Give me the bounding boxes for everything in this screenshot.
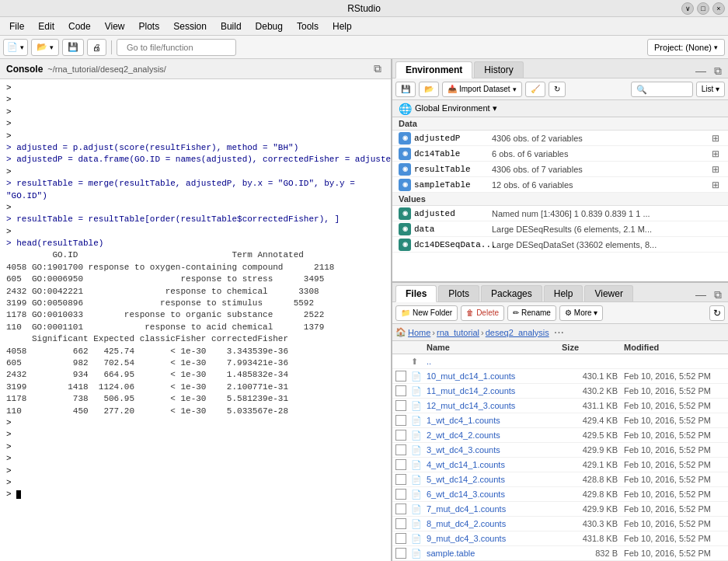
- file-row-8[interactable]: 📄 6_wt_dc14_3.counts 429.8 KB Feb 10, 20…: [392, 487, 728, 502]
- file-name-4[interactable]: 2_wt_dc4_2.counts: [427, 430, 562, 440]
- file-row-0[interactable]: 📄 10_mut_dc14_1.counts 430.1 KB Feb 10, …: [392, 369, 728, 384]
- menu-tools[interactable]: Tools: [291, 19, 325, 33]
- resultTable-grid-icon[interactable]: ⊞: [709, 163, 722, 176]
- file-name-2[interactable]: 12_mut_dc14_3.counts: [427, 401, 562, 410]
- rename-button[interactable]: ✏ Rename: [507, 305, 556, 321]
- import-dataset-button[interactable]: 📥 Import Dataset ▾: [442, 82, 522, 97]
- tab-help[interactable]: Help: [544, 285, 583, 301]
- file-name-10[interactable]: 8_mut_dc4_2.counts: [427, 519, 562, 528]
- files-minimize-button[interactable]: —: [694, 287, 708, 301]
- console-content[interactable]: > > > > > > adjusted = p.adjust(score(re…: [0, 79, 391, 561]
- clear-env-button[interactable]: 🧹: [525, 82, 545, 97]
- file-name-7[interactable]: 5_wt_dc14_2.counts: [427, 475, 562, 484]
- tab-packages[interactable]: Packages: [481, 285, 542, 301]
- go-to-input[interactable]: [122, 39, 231, 56]
- env-row-resultTable[interactable]: ◉ resultTable 4306 obs. of 7 variables ⊞: [392, 162, 728, 177]
- file-name-3[interactable]: 1_wt_dc4_1.counts: [427, 416, 562, 425]
- console-expand-button[interactable]: ⧉: [371, 62, 385, 76]
- breadcrumb-home[interactable]: Home: [408, 328, 430, 337]
- file-name-11[interactable]: 9_mut_dc4_3.counts: [427, 534, 562, 543]
- env-row-data[interactable]: ◉ data Large DESeqResults (6 elements, 2…: [392, 221, 728, 237]
- more-button[interactable]: ⚙ More ▾: [559, 305, 604, 321]
- env-row-dc14Table[interactable]: ◉ dc14Table 6 obs. of 6 variables ⊞: [392, 146, 728, 162]
- checkbox-9[interactable]: [395, 504, 406, 514]
- env-minimize-button[interactable]: —: [694, 64, 708, 78]
- breadcrumb-rna[interactable]: rna_tutorial: [437, 328, 479, 337]
- env-row-adjusted[interactable]: ◉ adjusted Named num [1:4306] 1 0.839 0.…: [392, 206, 728, 221]
- file-row-11[interactable]: 📄 9_mut_dc4_3.counts 431.8 KB Feb 10, 20…: [392, 531, 728, 546]
- project-button[interactable]: Project: (None) ▾: [647, 39, 725, 56]
- file-row-parent[interactable]: ⬆ ..: [392, 354, 728, 369]
- menu-build[interactable]: Build: [214, 19, 248, 33]
- menu-plots[interactable]: Plots: [133, 19, 166, 33]
- dc14Table-grid-icon[interactable]: ⊞: [709, 148, 722, 160]
- file-name-0[interactable]: 10_mut_dc14_1.counts: [427, 371, 562, 381]
- checkbox-0[interactable]: [395, 371, 406, 382]
- menu-code[interactable]: Code: [62, 19, 97, 33]
- file-row-4[interactable]: 📄 2_wt_dc4_2.counts 429.5 KB Feb 10, 201…: [392, 428, 728, 443]
- file-row-9[interactable]: 📄 7_mut_dc4_1.counts 429.9 KB Feb 10, 20…: [392, 502, 728, 517]
- file-row-6[interactable]: 📄 4_wt_dc14_1.counts 429.1 KB Feb 10, 20…: [392, 458, 728, 472]
- file-name-8[interactable]: 6_wt_dc14_3.counts: [427, 490, 562, 499]
- file-row-7[interactable]: 📄 5_wt_dc14_2.counts 428.8 KB Feb 10, 20…: [392, 472, 728, 487]
- maximize-button[interactable]: □: [697, 2, 709, 15]
- file-name-5[interactable]: 3_wt_dc4_3.counts: [427, 445, 562, 455]
- env-row-adjustedP[interactable]: ◉ adjustedP 4306 obs. of 2 variables ⊞: [392, 131, 728, 146]
- menu-file[interactable]: File: [3, 19, 30, 33]
- close-button[interactable]: ×: [712, 2, 725, 15]
- menu-edit[interactable]: Edit: [32, 19, 61, 33]
- env-load-button[interactable]: 📂: [419, 82, 439, 97]
- file-row-10[interactable]: 📄 8_mut_dc4_2.counts 430.3 KB Feb 10, 20…: [392, 517, 728, 531]
- checkbox-12[interactable]: [395, 548, 406, 559]
- global-env-selector[interactable]: Global Environment ▾: [415, 103, 497, 113]
- env-save-button[interactable]: 💾: [395, 82, 416, 97]
- env-row-sampleTable[interactable]: ◉ sampleTable 12 obs. of 6 variables ⊞: [392, 177, 728, 193]
- file-row-2[interactable]: 📄 12_mut_dc14_3.counts 431.1 KB Feb 10, …: [392, 399, 728, 413]
- checkbox-11[interactable]: [395, 533, 406, 544]
- checkbox-2[interactable]: [395, 400, 406, 411]
- file-name-9[interactable]: 7_mut_dc4_1.counts: [427, 504, 562, 514]
- env-expand-button[interactable]: ⧉: [711, 64, 725, 78]
- env-search-input[interactable]: [631, 82, 693, 97]
- checkbox-4[interactable]: [395, 430, 406, 441]
- breadcrumb-deseq[interactable]: deseq2_analysis: [486, 328, 549, 337]
- checkbox-5[interactable]: [395, 444, 406, 455]
- checkbox-10[interactable]: [395, 518, 406, 529]
- file-row-5[interactable]: 📄 3_wt_dc4_3.counts 429.9 KB Feb 10, 201…: [392, 443, 728, 458]
- breadcrumb-more[interactable]: ···: [551, 326, 567, 340]
- new-file-button[interactable]: 📄 ▾: [3, 39, 28, 56]
- menu-session[interactable]: Session: [167, 19, 213, 33]
- list-view-button[interactable]: List ▾: [696, 82, 725, 97]
- go-to-function-button[interactable]: [117, 39, 236, 56]
- adjustedP-grid-icon[interactable]: ⊞: [709, 132, 722, 145]
- checkbox-6[interactable]: [395, 459, 406, 470]
- checkbox-7[interactable]: [395, 474, 406, 485]
- file-row-12[interactable]: 📄 sample.table 832 B Feb 10, 2016, 5:52 …: [392, 546, 728, 561]
- menu-help[interactable]: Help: [326, 19, 358, 33]
- refresh-env-button[interactable]: ↻: [549, 82, 566, 97]
- tab-environment[interactable]: Environment: [395, 61, 472, 78]
- files-expand-button[interactable]: ⧉: [711, 287, 725, 301]
- file-name-1[interactable]: 11_mut_dc14_2.counts: [427, 386, 562, 395]
- sampleTable-grid-icon[interactable]: ⊞: [709, 179, 722, 191]
- file-row-3[interactable]: 📄 1_wt_dc4_1.counts 429.4 KB Feb 10, 201…: [392, 413, 728, 428]
- menu-debug[interactable]: Debug: [249, 19, 289, 33]
- tab-files[interactable]: Files: [395, 285, 437, 302]
- file-name-12[interactable]: sample.table: [427, 549, 562, 558]
- checkbox-1[interactable]: [395, 385, 406, 396]
- env-row-dc14DESeq[interactable]: ◉ dc14DESeqData... Large DESeqDataSet (3…: [392, 237, 728, 253]
- new-folder-button[interactable]: 📁 New Folder: [395, 305, 458, 321]
- open-file-button[interactable]: 📂 ▾: [31, 39, 59, 56]
- menu-view[interactable]: View: [99, 19, 131, 33]
- checkbox-3[interactable]: [395, 415, 406, 426]
- save-button[interactable]: 💾: [62, 39, 84, 56]
- file-name-parent[interactable]: ..: [427, 357, 562, 366]
- print-button[interactable]: 🖨: [87, 39, 106, 56]
- delete-button[interactable]: 🗑 Delete: [461, 305, 504, 321]
- files-refresh-button[interactable]: ↻: [709, 305, 725, 321]
- minimize-button[interactable]: ∨: [681, 2, 694, 15]
- tab-viewer[interactable]: Viewer: [584, 285, 632, 301]
- file-row-1[interactable]: 📄 11_mut_dc14_2.counts 430.2 KB Feb 10, …: [392, 384, 728, 399]
- checkbox-8[interactable]: [395, 489, 406, 500]
- tab-history[interactable]: History: [474, 61, 523, 78]
